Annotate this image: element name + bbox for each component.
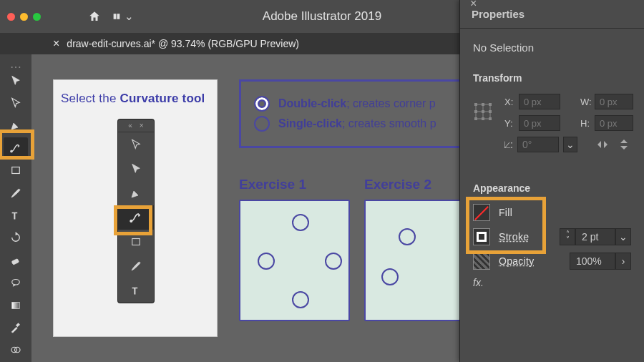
properties-panel: × Properties No Selection Transform X: 0… — [459, 0, 644, 362]
exercise-1-art[interactable] — [239, 200, 350, 321]
y-field[interactable]: 0 px — [519, 115, 560, 131]
panel-close-icon[interactable]: × — [463, 0, 484, 10]
transform-heading: Transform — [473, 72, 631, 84]
arrange-documents-button[interactable]: ⌄ — [112, 6, 134, 27]
h-label: H: — [580, 118, 592, 129]
svg-rect-3 — [12, 167, 20, 174]
curvature-tool[interactable] — [4, 137, 28, 158]
svg-rect-12 — [132, 239, 140, 245]
ex1-point — [292, 291, 309, 308]
pen-tool[interactable] — [4, 115, 28, 136]
panel-tabstrip: Properties — [460, 0, 644, 29]
rotate-icon — [9, 231, 22, 244]
transform-grid: X: 0 px W: 0 px Y: 0 px H: 0 px — [473, 94, 631, 131]
window-minimize-button[interactable] — [20, 13, 28, 21]
ex2-point — [381, 268, 399, 285]
flip-horizontal-button[interactable] — [595, 137, 610, 152]
svg-rect-20 — [474, 110, 477, 113]
exercise-1: Exercise 1 — [239, 177, 350, 321]
exercise-2-title: Exercise 2 — [364, 177, 475, 192]
document-tab-label: draw-edit-curves.ai* @ 93.74% (RGB/GPU P… — [67, 38, 299, 49]
svg-rect-22 — [489, 110, 492, 113]
legend-box: Double-click; creates corner p Single-cl… — [239, 79, 475, 148]
eyedropper-tool[interactable] — [4, 317, 28, 338]
h-field[interactable]: 0 px — [595, 115, 633, 131]
window-controls — [7, 13, 41, 21]
window-zoom-button[interactable] — [33, 13, 41, 21]
exercise-row: Exercise 1 Exercise 2 — [239, 177, 475, 321]
svg-point-10 — [15, 348, 21, 353]
svg-rect-21 — [482, 110, 484, 113]
mini-selection-tool — [118, 132, 154, 157]
toolbar-grip[interactable]: ⋯ — [4, 60, 28, 66]
legend-row1-text: Double-click; creates corner p — [278, 97, 436, 110]
type-icon: T — [9, 209, 22, 222]
svg-rect-19 — [489, 103, 492, 106]
w-label: W: — [580, 97, 592, 107]
appearance-heading: Appearance — [473, 182, 631, 194]
legend-row2-text: Single-click; creates smooth p — [278, 117, 436, 130]
stroke-weight-dropdown[interactable]: ⌄ — [615, 228, 631, 245]
close-tab-icon[interactable]: × — [53, 37, 59, 50]
rotate-dropdown[interactable]: ⌄ — [563, 137, 577, 152]
x-field[interactable]: 0 px — [519, 94, 560, 109]
svg-point-6 — [12, 280, 20, 285]
y-label: Y: — [504, 118, 516, 129]
rotate-row: ⟀: 0° ⌄ — [473, 137, 631, 152]
tools-panel: ⋯ T — [0, 54, 31, 362]
rotate-tool[interactable] — [4, 228, 28, 248]
legend-single-click-row: Single-click; creates smooth p — [254, 116, 460, 132]
svg-rect-18 — [482, 103, 484, 106]
instruction-card: Select the Curvature tool «× T — [53, 79, 218, 337]
mini-direct-selection-tool — [118, 157, 154, 181]
ex1-point — [292, 214, 309, 231]
mini-toolbar-header: «× — [118, 119, 154, 132]
rotate-field[interactable]: 0° — [517, 137, 559, 152]
stroke-weight-field[interactable]: 2 pt — [575, 228, 615, 245]
rectangle-tool[interactable] — [4, 160, 28, 181]
opacity-label[interactable]: Opacity — [499, 255, 535, 267]
symbol-sprayer-tool[interactable] — [4, 273, 28, 293]
rectangle-icon — [9, 164, 22, 177]
instruction-title-prefix: Select the — [61, 92, 120, 105]
flip-h-icon — [596, 139, 609, 150]
reference-point-widget[interactable] — [473, 102, 502, 124]
fx-button[interactable]: fx. — [473, 277, 631, 288]
home-button[interactable] — [84, 6, 105, 27]
svg-text:T: T — [12, 211, 18, 221]
exercise-1-title: Exercise 1 — [239, 177, 350, 192]
selection-tool[interactable] — [4, 70, 28, 91]
opacity-swatch[interactable] — [473, 253, 490, 270]
window-close-button[interactable] — [7, 13, 15, 21]
direct-selection-icon — [9, 97, 22, 109]
document-tab[interactable]: × draw-edit-curves.ai* @ 93.74% (RGB/GPU… — [44, 33, 308, 54]
gradient-icon — [9, 299, 22, 312]
opacity-more-button[interactable]: › — [615, 253, 631, 270]
svg-rect-0 — [114, 14, 117, 19]
paintbrush-tool[interactable] — [4, 182, 28, 203]
gradient-tool[interactable] — [4, 295, 28, 315]
stroke-stepper[interactable]: ˄˅ — [560, 228, 575, 245]
direct-selection-tool[interactable] — [4, 92, 28, 113]
mini-tutorial-highlight — [114, 205, 152, 235]
opacity-row: Opacity 100% › — [473, 253, 631, 270]
corner-point-icon — [254, 96, 270, 112]
svg-rect-24 — [482, 117, 484, 120]
exercise-2-art[interactable] — [364, 200, 475, 321]
selection-icon — [9, 74, 22, 87]
eraser-tool[interactable] — [4, 250, 28, 270]
opacity-field[interactable]: 100% — [570, 253, 615, 270]
selection-status: No Selection — [473, 41, 631, 54]
ex2-point — [399, 228, 416, 245]
instruction-title: Select the Curvature tool — [54, 80, 217, 117]
flip-vertical-button[interactable] — [617, 137, 631, 152]
svg-rect-17 — [474, 103, 477, 106]
type-tool[interactable]: T — [4, 205, 28, 225]
svg-rect-25 — [489, 117, 492, 120]
w-field[interactable]: 0 px — [595, 94, 633, 109]
mini-brush-tool — [118, 254, 154, 278]
mini-toolbar-illustration: «× T — [118, 119, 154, 303]
svg-rect-1 — [117, 14, 120, 19]
shape-builder-tool[interactable] — [4, 340, 28, 361]
eyedropper-icon — [9, 321, 22, 334]
